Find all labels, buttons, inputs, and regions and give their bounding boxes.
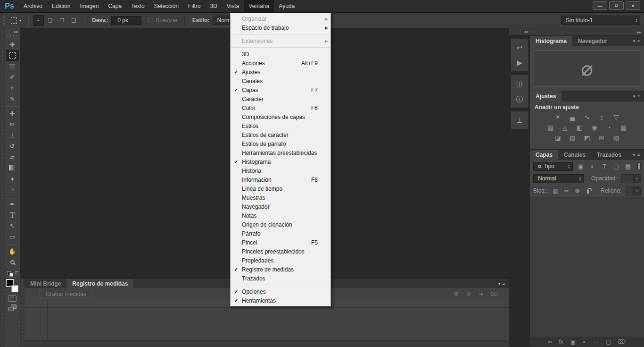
menu-top-item[interactable]: Imagen <box>75 0 103 12</box>
new-selection-mode[interactable]: ▪ <box>33 15 44 26</box>
menu-item[interactable]: Información F8 ▶ <box>231 175 330 184</box>
menu-item[interactable]: Trazados ▶ <box>231 274 330 283</box>
panel-menu-icon[interactable]: ▾ ≡ <box>633 36 644 46</box>
menu-item[interactable]: Herramientas ▶ <box>231 296 330 305</box>
restore-button[interactable]: ⧉ <box>609 1 624 10</box>
menu-item[interactable]: Propiedades ▶ <box>231 256 330 265</box>
menu-top-item[interactable]: Capa <box>103 0 126 12</box>
panel-tab[interactable]: Trazados <box>591 150 627 160</box>
photo-filter-icon[interactable]: ◉ <box>590 124 599 131</box>
menu-item[interactable]: Pincel F5 ▶ <box>231 238 330 247</box>
swap-colors-icon[interactable]: ⇄ <box>7 271 17 276</box>
tool-rectangular-marquee[interactable] <box>6 50 19 61</box>
menu-top-item[interactable]: Ventana <box>244 0 274 12</box>
new-layer-icon[interactable]: ▢ <box>606 339 611 345</box>
menu-top-item[interactable]: Selección <box>149 0 183 12</box>
tool-type[interactable]: T <box>6 210 19 220</box>
intersect-selection-mode[interactable]: ❑ <box>68 15 79 26</box>
black-white-icon[interactable]: ◧ <box>576 124 584 131</box>
tool-pen[interactable]: ✒ <box>6 199 19 210</box>
shape-layer-filter-icon[interactable]: ▢ <box>612 163 620 170</box>
screen-mode-button[interactable] <box>8 305 17 311</box>
brightness-contrast-icon[interactable]: ☀ <box>553 113 562 121</box>
menu-top-item[interactable]: Filtro <box>183 0 206 12</box>
menu-top-item[interactable]: Vista <box>222 0 244 12</box>
hue-saturation-icon[interactable]: ▤ <box>546 124 555 131</box>
opacity-dropdown[interactable]: ▼ <box>621 174 641 183</box>
tool-quick-selection[interactable]: ✐ <box>6 72 19 83</box>
feather-input[interactable] <box>111 16 141 25</box>
menu-item[interactable]: Origen de clonación ▶ <box>231 220 330 229</box>
tool-hand[interactable]: ✋ <box>6 246 19 257</box>
delete-layer-icon[interactable]: ⌦ <box>618 339 626 345</box>
menu-item[interactable]: Herramientas preestablecidas ▶ <box>231 148 330 157</box>
panel-menu-icon[interactable]: ▾ ≡ <box>633 91 644 102</box>
adjustment-layer-filter-icon[interactable]: ◐ <box>589 163 596 170</box>
measurement-log-table[interactable] <box>25 300 509 347</box>
delete-measurements-icon[interactable]: ⌦ <box>491 291 499 297</box>
curves-icon[interactable]: ∿ <box>583 113 591 121</box>
panel-tab[interactable]: Capas <box>530 150 558 160</box>
type-layer-filter-icon[interactable]: T <box>601 163 608 170</box>
quick-mask-button[interactable] <box>8 295 17 302</box>
invert-icon[interactable]: ◪ <box>553 134 562 142</box>
color-balance-icon[interactable]: ◬ <box>561 124 570 131</box>
tool-path-selection[interactable]: ↖ <box>6 220 19 231</box>
panel-tab[interactable]: Canales <box>558 150 591 160</box>
menu-item[interactable]: Espacio de trabajo ▶ <box>231 23 330 32</box>
tool-history-brush[interactable]: ↺ <box>6 141 19 152</box>
lock-pixels-icon[interactable]: ✏ <box>563 187 570 195</box>
menu-item[interactable]: Muestras ▶ <box>231 193 330 202</box>
color-lookup-icon[interactable]: ▦ <box>619 124 628 131</box>
antialias-checkbox[interactable] <box>148 18 153 23</box>
menu-item[interactable]: Navegador ▶ <box>231 202 330 211</box>
menu-item[interactable]: Extensiones ▶ <box>231 36 330 45</box>
filter-toggle-switch[interactable] <box>637 162 641 170</box>
selective-color-icon[interactable]: ⊠ <box>597 134 606 142</box>
menu-item[interactable]: Color F6 ▶ <box>231 103 330 112</box>
menu-item[interactable]: 3D ▶ <box>231 50 330 59</box>
new-group-icon[interactable]: ▭ <box>593 339 598 345</box>
new-adjustment-layer-icon[interactable]: ◐ <box>583 339 586 345</box>
clone-source-panel-icon[interactable]: ⊥ <box>512 113 527 128</box>
link-layers-icon[interactable]: ∞ <box>548 339 552 345</box>
menu-top-item[interactable]: Texto <box>126 0 149 12</box>
gradient-map-icon[interactable]: ▧ <box>612 134 620 142</box>
menu-item[interactable]: Canales ▶ <box>231 76 330 85</box>
panel-tab[interactable]: Histograma <box>530 36 572 46</box>
tool-blur[interactable]: ♦ <box>6 173 19 184</box>
background-color-swatch[interactable] <box>11 285 18 292</box>
actions-panel-icon[interactable]: ▶ <box>512 55 527 70</box>
tool-spot-healing-brush[interactable]: ✚ <box>6 108 19 119</box>
document-selector-dropdown[interactable]: Sin título-1 ▲▼ <box>561 16 640 25</box>
record-measurements-button[interactable]: Grabar medidas <box>40 290 92 298</box>
menu-item[interactable]: Registro de medidas ▶ <box>231 265 330 274</box>
panel-tab[interactable]: Navegador <box>572 36 613 46</box>
menu-item[interactable]: Organizar ▶ <box>231 14 330 23</box>
options-bar-grip[interactable] <box>2 15 6 26</box>
tool-zoom[interactable] <box>6 257 19 268</box>
export-measurements-icon[interactable]: ➜ <box>479 291 483 297</box>
blend-mode-dropdown[interactable]: Normal ▲▼ <box>533 174 584 183</box>
channel-mixer-icon[interactable]: ◔ <box>605 124 613 131</box>
menu-item[interactable]: Línea de tiempo ▶ <box>231 184 330 193</box>
layer-mask-icon[interactable]: ▣ <box>570 339 576 345</box>
bottom-panel-tab[interactable]: Registro de medidas <box>66 279 133 288</box>
menu-item[interactable]: Pinceles preestablecidos ▶ <box>231 247 330 256</box>
collapse-dock-icon[interactable]: ▸▸ <box>530 28 644 35</box>
layer-style-icon[interactable]: fx <box>559 339 563 345</box>
menu-item[interactable]: Carácter ▶ <box>231 94 330 103</box>
menu-item[interactable]: Composiciones de capas ▶ <box>231 112 330 121</box>
lock-position-icon[interactable]: ✥ <box>574 187 581 195</box>
menu-top-item[interactable]: Archivo <box>19 0 47 12</box>
tool-dodge[interactable]: ○ <box>6 184 19 195</box>
menu-item[interactable]: Opciones ▶ <box>231 287 330 296</box>
history-panel-icon[interactable]: ↩ <box>512 40 527 55</box>
menu-item[interactable]: Estilos de párrafo ▶ <box>231 139 330 148</box>
toolbar-grip[interactable] <box>8 35 17 37</box>
layer-filter-dropdown[interactable]: Tipo ▲▼ <box>533 162 573 171</box>
tool-clone-stamp[interactable]: ⊥ <box>6 130 19 141</box>
tab-adjustments[interactable]: Ajustes <box>530 91 561 102</box>
minimize-button[interactable]: — <box>593 1 607 10</box>
tool-lasso[interactable]: ➰ <box>6 61 19 72</box>
